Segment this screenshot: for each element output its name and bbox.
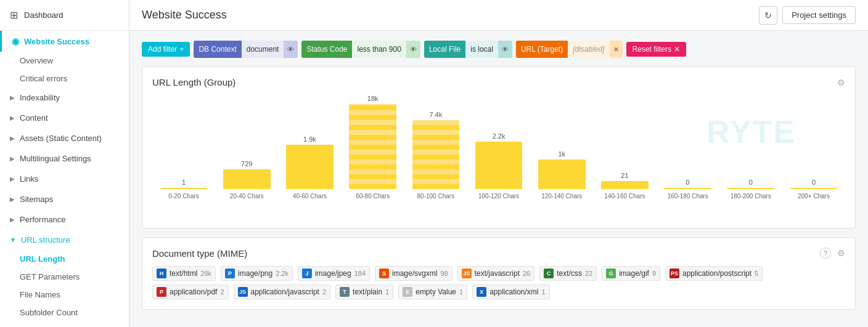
sidebar-item-indexability[interactable]: ▶ Indexability (0, 87, 129, 108)
filter-db-context-eye[interactable]: 👁 (284, 41, 298, 58)
sidebar-item-content[interactable]: ▶ Content (0, 108, 129, 128)
mime-chip[interactable]: Ttext/plain1 (335, 285, 393, 299)
sidebar-item-subfolder-count[interactable]: Subfolder Count (0, 304, 129, 321)
mime-chip[interactable]: JStext/javascript26 (457, 266, 535, 281)
sidebar-item-links[interactable]: ▶ Links (0, 169, 129, 189)
mime-count: 1 (542, 288, 546, 296)
mime-count: 1 (385, 288, 389, 296)
mime-label: image/gif (619, 269, 649, 278)
sidebar-item-overview[interactable]: Overview (0, 52, 129, 70)
bar-x-label: 100-120 Chars (478, 193, 519, 200)
sidebar-item-google-analytics[interactable]: ▶ Google Analytics (0, 321, 129, 327)
file-names-label: File Names (20, 290, 60, 299)
filter-chip-db-context: DB Context document 👁 (194, 41, 298, 58)
bar-group[interactable]: 10-20 Chars (152, 95, 215, 200)
sidebar-item-website-success[interactable]: ◉ Website Success (0, 31, 129, 52)
mime-label: application/xml (489, 288, 538, 296)
mime-count: 2.2k (276, 270, 289, 277)
mime-chip[interactable]: Gimage/gif9 (602, 266, 660, 281)
sidebar-item-sitemaps[interactable]: ▶ Sitemaps (0, 189, 129, 209)
bar-group[interactable]: 21140-160 Chars (593, 95, 656, 200)
indexability-label: Indexability (20, 93, 60, 102)
mime-gear-icon[interactable]: ⚙ (837, 248, 845, 258)
mime-count: 1 (459, 288, 463, 296)
mime-chip[interactable]: Eempty Value1 (398, 285, 467, 299)
bar-group[interactable]: 2.2k100-120 Chars (467, 95, 530, 200)
bar-group[interactable]: 0160-180 Chars (657, 95, 719, 200)
filter-db-context-value: document (242, 41, 284, 58)
filter-local-file-label: Local File (424, 41, 465, 58)
mime-count: 9 (652, 270, 656, 277)
add-filter-button[interactable]: Add filter + (142, 42, 190, 57)
project-settings-button[interactable]: Project settings (782, 6, 856, 24)
chart-gear-icon[interactable]: ⚙ (837, 78, 845, 87)
filter-url-target-label: URL (Target) (516, 41, 568, 58)
bar-group[interactable]: 1.9k40-60 Chars (278, 95, 341, 200)
filter-status-code-eye[interactable]: 👁 (406, 41, 420, 58)
mime-chip[interactable]: Papplication/pdf2 (152, 285, 229, 299)
sidebar-item-multilingual[interactable]: ▶ Multilingual Settings (0, 148, 129, 169)
sidebar-dashboard-item[interactable]: ⊞ Dashboard (0, 0, 129, 31)
mime-chip[interactable]: JSapplication/javascript2 (234, 285, 331, 299)
sidebar-item-performance[interactable]: ▶ Performance (0, 209, 129, 230)
mime-count: 5 (755, 270, 758, 277)
mime-count: 98 (440, 270, 448, 277)
bar-x-label: 20-40 Chars (230, 193, 264, 200)
get-parameters-label: GET Parameters (20, 272, 80, 281)
performance-label: Performance (20, 215, 65, 224)
mime-file-icon: G (606, 268, 616, 278)
chevron-right-icon-2: ▶ (10, 115, 15, 121)
mime-chip[interactable]: Htext/html28k (152, 266, 216, 281)
chevron-right-icon-7: ▶ (10, 216, 15, 223)
bar-x-label: 40-60 Chars (293, 193, 327, 200)
mime-help-icon[interactable]: ? (820, 248, 831, 259)
bar-rect (223, 169, 271, 189)
sidebar-item-url-structure[interactable]: ▼ URL structure (0, 230, 129, 250)
sidebar-item-assets[interactable]: ▶ Assets (Static Content) (0, 128, 129, 148)
mime-label: application/postscript (682, 269, 751, 278)
sidebar-item-url-length[interactable]: URL Length (0, 250, 129, 268)
refresh-icon: ↻ (764, 10, 772, 20)
bar-value-label: 18k (367, 95, 379, 102)
sidebar: ⊞ Dashboard ◉ Website Success Overview C… (0, 0, 129, 327)
mime-count: 26 (523, 270, 530, 277)
bar-rect (727, 188, 774, 189)
bar-group[interactable]: 1k120-140 Chars (530, 95, 593, 200)
filter-url-target-close[interactable]: ✕ (610, 41, 623, 58)
refresh-button[interactable]: ↻ (759, 6, 777, 25)
mime-file-icon: S (379, 268, 389, 278)
filter-local-file-value: is local (465, 41, 498, 58)
filter-local-file-eye[interactable]: 👁 (498, 41, 512, 58)
bar-group[interactable]: 72920-40 Chars (215, 95, 278, 200)
bar-group[interactable]: 7.4k80-100 Chars (404, 95, 467, 200)
mime-chip[interactable]: Jimage/jpeg184 (298, 266, 370, 281)
website-success-icon: ◉ (12, 36, 19, 46)
assets-label: Assets (Static Content) (20, 134, 102, 143)
bar-rect (349, 104, 396, 189)
mime-row: Htext/html28kPimage/png2.2kJimage/jpeg18… (152, 266, 845, 281)
sidebar-item-critical-errors[interactable]: Critical errors (0, 70, 129, 87)
mime-chip[interactable]: Pimage/png2.2k (221, 266, 293, 281)
bar-group[interactable]: 0180-200 Chars (719, 95, 782, 200)
sidebar-item-get-parameters[interactable]: GET Parameters (0, 268, 129, 286)
mime-label: empty Value (416, 288, 456, 296)
mime-chip[interactable]: Simage/svgxml98 (375, 266, 452, 281)
chart-container: RYTE 10-20 Chars72920-40 Chars1.9k40-60 … (152, 95, 845, 218)
mime-file-icon: JS (462, 268, 472, 278)
bar-x-label: 80-100 Chars (417, 193, 455, 200)
bar-group[interactable]: 0200+ Chars (782, 95, 845, 200)
mime-file-icon: P (225, 268, 235, 278)
mime-chip[interactable]: PSapplication/postscript5 (665, 266, 763, 281)
bar-group[interactable]: 18k60-80 Chars (342, 95, 404, 200)
mime-file-icon: T (340, 287, 350, 297)
page-title: Website Success (142, 9, 227, 22)
bar-rect (538, 159, 586, 189)
mime-chip[interactable]: Ctext/css22 (539, 266, 597, 281)
mime-chip[interactable]: Xapplication/xml1 (472, 285, 550, 299)
reset-filters-button[interactable]: Reset filters ✕ (626, 42, 686, 57)
sidebar-item-file-names[interactable]: File Names (0, 286, 129, 304)
filter-status-code-value: less than 900 (352, 41, 406, 58)
mime-count: 22 (585, 270, 592, 277)
mime-card-header: Document type (MIME) ? ⚙ (152, 248, 845, 259)
mime-file-icon: C (544, 268, 554, 278)
